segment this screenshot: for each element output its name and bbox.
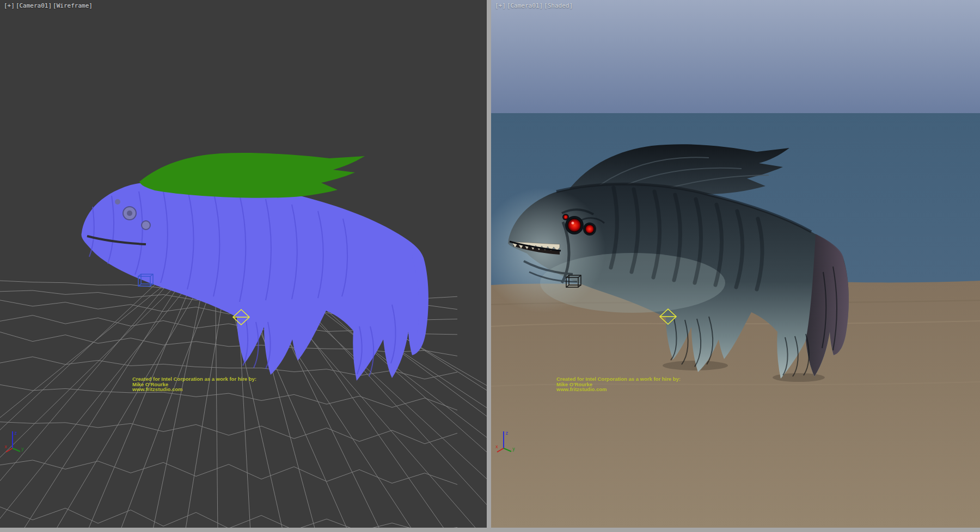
axis-y-label: y xyxy=(512,447,515,451)
viewport-menu-pov[interactable]: [Camera01] xyxy=(16,2,52,9)
credit-text: Created for Intel Corporation as a work … xyxy=(556,376,681,392)
viewport-menu: [+] [Camera01] [Wireframe] xyxy=(4,2,93,9)
wireframe-scene xyxy=(0,0,487,528)
viewport-menu-shading[interactable]: [Wireframe] xyxy=(53,2,93,9)
credit-line-3: www.fritzstudio.com xyxy=(132,387,256,392)
axis-y-label: y xyxy=(21,447,24,451)
credit-text: Created for Intel Corporation as a work … xyxy=(132,376,256,392)
viewport-frame-bottom xyxy=(0,528,980,532)
axis-z-label: z xyxy=(505,430,508,436)
viewport-shaded[interactable]: [+] [Camera01] [Shaded] Created for Inte… xyxy=(491,0,980,528)
fish-model-wireframe[interactable] xyxy=(81,153,428,381)
axis-x-label: x xyxy=(4,444,7,449)
viewport-wireframe[interactable]: [+] [Camera01] [Wireframe] Created for I… xyxy=(0,0,487,528)
axis-z-label: z xyxy=(14,430,17,436)
viewport-menu: [+] [Camera01] [Shaded] xyxy=(495,2,573,9)
world-axis-tripod: z x y xyxy=(495,428,520,455)
viewport-menu-shading[interactable]: [Shaded] xyxy=(544,2,573,9)
fish-dorsal-fin[interactable] xyxy=(139,153,365,198)
credit-line-3: www.fritzstudio.com xyxy=(556,387,681,392)
viewport-menu-general[interactable]: [+] xyxy=(495,2,506,9)
viewport-menu-pov[interactable]: [Camera01] xyxy=(507,2,543,9)
viewport-splitter[interactable] xyxy=(487,0,491,528)
world-axis-tripod: z x y xyxy=(4,428,29,455)
sky xyxy=(491,0,980,113)
axis-x-label: x xyxy=(495,444,498,449)
shaded-scene xyxy=(491,0,980,528)
viewport-area: [+] [Camera01] [Wireframe] Created for I… xyxy=(0,0,980,532)
viewport-menu-general[interactable]: [+] xyxy=(4,2,15,9)
